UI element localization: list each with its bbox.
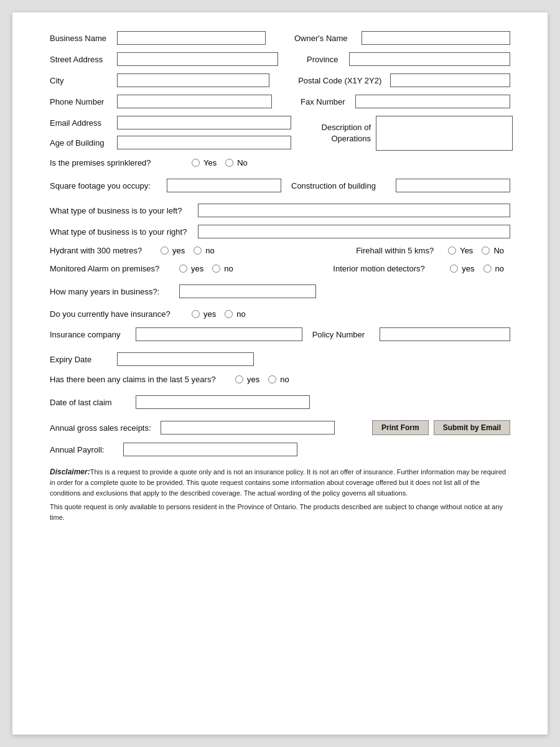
expiry-date-input[interactable] xyxy=(117,352,254,366)
insurance-current-no-radio[interactable] xyxy=(225,310,233,318)
owners-name-input[interactable] xyxy=(362,31,510,45)
fax-number-label: Fax Number xyxy=(301,97,350,106)
business-right-input[interactable] xyxy=(198,225,510,238)
insurance-company-label: Insurance company xyxy=(50,330,131,339)
owners-name-label: Owner's Name xyxy=(294,34,357,43)
disclaimer-block: Disclaimer:This is a request to provide … xyxy=(50,466,510,522)
annual-payroll-input[interactable] xyxy=(123,443,297,456)
interior-no-label: no xyxy=(495,264,504,273)
policy-number-label: Policy Number xyxy=(312,330,375,339)
monitored-no-radio[interactable] xyxy=(212,265,220,273)
interior-no-radio[interactable] xyxy=(483,265,492,273)
firehall-yes-radio[interactable] xyxy=(448,247,456,255)
claims-label: Has there been any claims in the last 5 … xyxy=(50,375,230,384)
currently-insurance-label: Do you currently have insurance? xyxy=(50,309,187,319)
expiry-date-label: Expiry Date xyxy=(50,355,112,364)
province-input[interactable] xyxy=(349,52,510,66)
firehall-yes-label: Yes xyxy=(460,246,473,255)
interior-motion-label: Interior motion detectors? xyxy=(333,264,445,273)
years-business-label: How many years in business?: xyxy=(50,287,174,296)
insurance-current-yes-radio[interactable] xyxy=(192,310,200,318)
disclaimer-text2: This quote request is only available to … xyxy=(50,502,510,522)
monitored-alarm-label: Monitored Alarm on premises? xyxy=(50,264,174,273)
firehall-label: Firehall within 5 kms? xyxy=(356,246,443,255)
sprinkled-label: Is the premises sprinklered? xyxy=(50,158,187,167)
construction-input[interactable] xyxy=(396,179,510,192)
city-input[interactable] xyxy=(117,73,269,87)
business-name-label: Business Name xyxy=(50,34,112,43)
claims-no-radio[interactable] xyxy=(268,375,276,383)
annual-gross-input[interactable] xyxy=(161,421,335,435)
interior-yes-radio[interactable] xyxy=(450,265,458,273)
construction-label: Construction of building xyxy=(291,181,391,190)
street-address-input[interactable] xyxy=(117,52,278,66)
insurance-current-yes-label: yes xyxy=(203,309,216,319)
description-ops-input[interactable] xyxy=(376,116,513,151)
email-address-label: Email Address xyxy=(50,118,112,128)
province-label: Province xyxy=(307,55,344,64)
city-label: City xyxy=(50,76,112,85)
phone-number-label: Phone Number xyxy=(50,97,112,106)
email-address-input[interactable] xyxy=(117,116,291,129)
business-left-label: What type of business is to your left? xyxy=(50,206,193,215)
description-ops-label: Description ofOperations xyxy=(309,122,371,144)
firehall-no-radio[interactable] xyxy=(482,247,490,255)
phone-number-input[interactable] xyxy=(117,95,272,108)
submit-email-button[interactable]: Submit by Email xyxy=(434,420,510,435)
annual-gross-label: Annual gross sales receipts: xyxy=(50,423,156,433)
hydrant-yes-radio[interactable] xyxy=(161,247,169,255)
interior-yes-label: yes xyxy=(462,264,474,273)
claims-no-label: no xyxy=(280,375,289,384)
monitored-no-label: no xyxy=(224,264,233,273)
monitored-yes-radio[interactable] xyxy=(179,265,187,273)
claims-yes-radio[interactable] xyxy=(235,375,243,383)
business-name-input[interactable] xyxy=(117,31,266,45)
postal-code-input[interactable] xyxy=(390,73,510,87)
hydrant-no-radio[interactable] xyxy=(194,247,202,255)
date-last-claim-label: Date of last claim xyxy=(50,398,131,407)
street-address-label: Street Address xyxy=(50,55,112,64)
annual-payroll-label: Annual Payroll: xyxy=(50,445,118,454)
age-of-building-input[interactable] xyxy=(117,136,291,149)
monitored-yes-label: yes xyxy=(191,264,203,273)
square-footage-label: Square footage you occupy: xyxy=(50,181,162,190)
sprinkled-yes-label: Yes xyxy=(203,158,217,167)
insurance-current-no-label: no xyxy=(236,309,245,319)
disclaimer-heading: Disclaimer: xyxy=(50,467,90,476)
business-right-label: What type of business is to your right? xyxy=(50,227,193,237)
sprinkled-no-radio[interactable] xyxy=(225,159,233,167)
fax-number-input[interactable] xyxy=(355,95,510,108)
postal-code-label: Postal Code (X1Y 2Y2) xyxy=(298,76,385,85)
form-page: Business Name Owner's Name Street Addres… xyxy=(12,12,548,735)
policy-number-input[interactable] xyxy=(380,327,510,341)
print-form-button[interactable]: Print Form xyxy=(372,420,429,435)
date-last-claim-input[interactable] xyxy=(136,395,310,409)
firehall-no-label: No xyxy=(493,246,504,255)
hydrant-label: Hydrant with 300 metres? xyxy=(50,246,156,255)
hydrant-yes-label: yes xyxy=(172,246,185,255)
age-of-building-label: Age of Building xyxy=(50,138,112,148)
sprinkled-yes-radio[interactable] xyxy=(192,159,200,167)
claims-yes-label: yes xyxy=(247,375,259,384)
years-business-input[interactable] xyxy=(179,284,316,298)
hydrant-no-label: no xyxy=(205,246,214,255)
square-footage-input[interactable] xyxy=(167,179,281,192)
business-left-input[interactable] xyxy=(198,204,510,217)
disclaimer-text1: This is a request to provide a quote onl… xyxy=(50,468,506,497)
sprinkled-no-label: No xyxy=(237,158,248,167)
insurance-company-input[interactable] xyxy=(136,327,302,341)
